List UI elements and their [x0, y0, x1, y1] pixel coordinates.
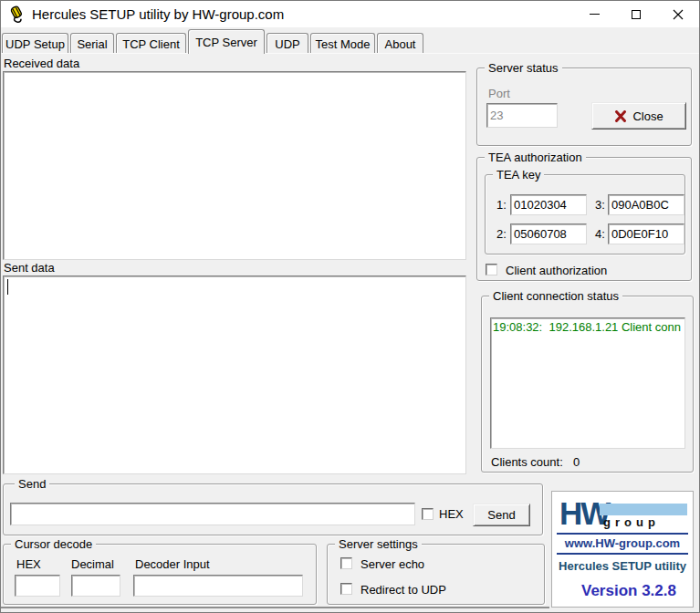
logo-divider-top — [557, 533, 688, 535]
maximize-button[interactable] — [615, 1, 657, 27]
logo-blue-bar — [600, 504, 687, 515]
tea-authorization-group: TEA authorization TEA key 1: 3: 2: 4: Cl… — [476, 157, 692, 281]
hex-checkbox-label: HEX — [439, 507, 464, 521]
connection-log-entry: 19:08:32: 192.168.1.21 Client conn — [493, 320, 681, 334]
tab-udp[interactable]: UDP — [266, 33, 308, 53]
cursor-decimal-input[interactable] — [71, 575, 120, 597]
received-data-label: Received data — [4, 57, 79, 70]
logo-group-text: group — [603, 515, 660, 529]
app-name-text: Hercules SETUP utility — [552, 559, 693, 573]
client-authorization-label: Client authorization — [506, 264, 607, 277]
send-button[interactable]: Send — [473, 504, 530, 526]
website-link[interactable]: www.HW-group.com — [552, 536, 693, 550]
hw-group-logo-panel: HW group www.HW-group.com Hercules SETUP… — [551, 491, 694, 608]
received-data-area[interactable] — [3, 71, 466, 260]
tab-strip-baseline — [1, 53, 699, 54]
server-echo-label: Server echo — [360, 557, 424, 571]
server-settings-group: Server settings Server echo Redirect to … — [327, 544, 545, 605]
tea-key-3-label: 3: — [595, 198, 605, 212]
send-input[interactable] — [10, 503, 415, 525]
tab-serial[interactable]: Serial — [70, 33, 114, 53]
redirect-to-udp-checkbox[interactable] — [340, 583, 352, 595]
logo-divider-bottom — [557, 553, 688, 555]
tea-authorization-title: TEA authorization — [485, 151, 586, 164]
clients-count-label: Clients count: — [491, 455, 563, 469]
cursor-hex-label: HEX — [16, 557, 41, 571]
server-settings-title: Server settings — [335, 537, 422, 551]
tea-key-4-label: 4: — [595, 227, 605, 241]
cursor-decode-group: Cursor decode HEX Decimal Decoder Input — [3, 544, 317, 605]
tea-key-2-input[interactable] — [510, 223, 587, 244]
hercules-pulley-icon — [7, 5, 26, 24]
server-echo-checkbox[interactable] — [340, 557, 352, 569]
title-bar[interactable]: Hercules SETUP utility by HW-group.com — [1, 1, 699, 27]
client-authorization-checkbox[interactable] — [486, 264, 497, 275]
port-input[interactable] — [486, 103, 558, 128]
server-status-title: Server status — [485, 61, 562, 75]
tea-key-title: TEA key — [493, 168, 544, 182]
close-button[interactable]: Close — [591, 102, 686, 130]
server-status-group: Server status Port Close — [476, 68, 692, 146]
version-text: Version 3.2.8 — [552, 582, 693, 600]
tab-tcp-server[interactable]: TCP Server — [188, 29, 265, 54]
tab-test-mode[interactable]: Test Mode — [310, 33, 375, 53]
app-window: Hercules SETUP utility by HW-group.com U… — [0, 0, 700, 613]
port-label: Port — [488, 87, 510, 100]
sent-data-area[interactable] — [3, 275, 466, 474]
decoder-input-field[interactable] — [133, 575, 303, 597]
tea-key-group: TEA key 1: 3: 2: 4: — [485, 174, 685, 255]
tea-key-4-input[interactable] — [608, 223, 684, 244]
tab-about[interactable]: About — [377, 33, 423, 53]
send-button-label: Send — [487, 508, 515, 522]
clients-count-value: 0 — [573, 455, 580, 469]
tea-key-2-label: 2: — [496, 227, 507, 241]
cursor-decimal-label: Decimal — [71, 557, 114, 571]
window-bottom-edge — [1, 607, 549, 608]
client-connection-status-title: Client connection status — [489, 289, 622, 303]
client-connection-status-group: Client connection status 19:08:32: 192.1… — [481, 296, 694, 473]
redirect-to-udp-label: Redirect to UDP — [360, 583, 446, 597]
tea-key-1-input[interactable] — [510, 194, 587, 215]
cursor-decode-title: Cursor decode — [11, 537, 96, 551]
send-group: Send HEX Send — [3, 483, 543, 535]
minimize-button[interactable] — [573, 1, 615, 27]
red-x-icon — [614, 110, 627, 122]
window-controls — [573, 1, 699, 27]
sent-data-label: Sent data — [4, 261, 55, 275]
tea-key-3-input[interactable] — [608, 194, 684, 215]
send-group-title: Send — [15, 477, 49, 491]
minimize-icon — [590, 14, 600, 15]
connection-log-listbox[interactable]: 19:08:32: 192.168.1.21 Client conn — [490, 317, 685, 449]
window-title: Hercules SETUP utility by HW-group.com — [32, 6, 284, 22]
close-icon — [673, 9, 684, 20]
hex-checkbox[interactable] — [422, 508, 434, 520]
text-caret — [7, 279, 8, 295]
tea-key-1-label: 1: — [496, 198, 507, 212]
decoder-input-label: Decoder Input — [135, 557, 210, 571]
close-button-label: Close — [632, 109, 663, 123]
close-window-button[interactable] — [657, 1, 699, 27]
maximize-icon — [632, 10, 641, 19]
tab-udp-setup[interactable]: UDP Setup — [2, 33, 68, 53]
cursor-hex-input[interactable] — [15, 575, 60, 597]
tab-tcp-client[interactable]: TCP Client — [116, 33, 186, 53]
